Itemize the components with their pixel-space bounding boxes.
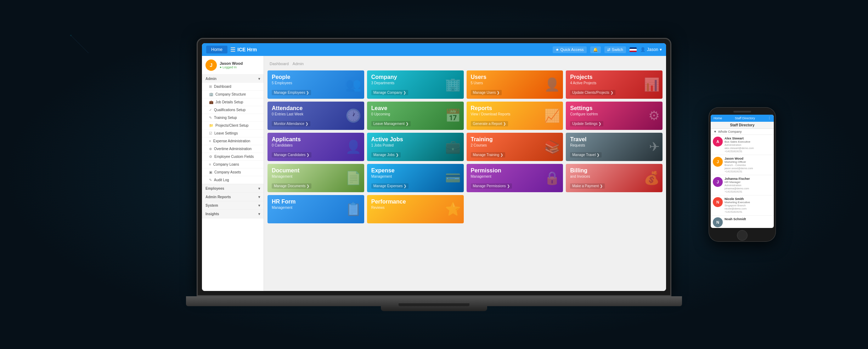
laptop-container: Home ☰ ICE Hrm ★ Quick Access — [186, 38, 682, 311]
card-travel[interactable]: Travel Requests Manage Travel ❯ ✈ — [566, 133, 663, 161]
phone-person-item[interactable]: J Johanna Fischer HR Manager Administrat… — [711, 175, 774, 195]
leave-icon: ☑ — [209, 131, 212, 135]
applicants-icon: 👤 — [345, 139, 361, 154]
card-link[interactable]: Update Settings ❯ — [570, 121, 603, 126]
card-people[interactable]: People 5 Employees Manage Employees ❯ 👥 — [267, 70, 364, 99]
card-link[interactable]: Manage Permissions ❯ — [471, 183, 512, 189]
admin-label: Admin — [205, 77, 216, 81]
sidebar-item-leave-settings[interactable]: ☑ Leave Settings — [202, 130, 264, 137]
company-structure-icon: 🏢 — [209, 92, 213, 96]
phone-person-list: A Alex Stewart Bus Sales Executive Admin… — [711, 135, 774, 228]
chevron-icon: ▾ — [258, 77, 260, 81]
permission-icon: 🔒 — [544, 171, 560, 185]
quick-access-button[interactable]: ★ Quick Access — [553, 46, 587, 53]
card-permission[interactable]: Permission Management Manage Permissions… — [467, 164, 563, 192]
card-link[interactable]: Manage Company ❯ — [371, 90, 408, 95]
phone-speaker — [733, 111, 751, 113]
card-projects[interactable]: Projects 4 Active Projects Update Client… — [566, 70, 663, 99]
card-link[interactable]: Update Clients/Projects ❯ — [570, 90, 615, 95]
sidebar-item-qualifications[interactable]: ✓ Qualifications Setup — [202, 106, 264, 114]
phone-screen: Home Staff Directory ⋮ Staff Directory ▼… — [711, 115, 774, 228]
card-hr-form[interactable]: HR Form Management 📋 — [267, 195, 364, 223]
sidebar-label: Expense Administration — [213, 139, 250, 143]
card-reports[interactable]: Reports View / Download Reports Generate… — [467, 102, 563, 130]
sidebar-label: Audit Log — [214, 178, 229, 182]
phone-person-item[interactable]: A Alex Stewart Bus Sales Executive Admin… — [711, 135, 774, 155]
card-training[interactable]: Training 2 Courses Manage Training ❯ 📚 — [467, 133, 563, 161]
phone-home-button[interactable] — [737, 230, 748, 241]
person-phone: +14151819151 — [725, 150, 754, 153]
sidebar-item-company-assets[interactable]: ▣ Company Assets — [202, 168, 264, 176]
phone-person-item[interactable]: N Noah Schmidt — [711, 216, 774, 228]
employees-label: Employees — [205, 187, 224, 190]
card-link[interactable]: Manage Expenses ❯ — [371, 183, 409, 189]
chevron-icon: ▾ — [258, 195, 260, 199]
card-link[interactable]: Manage Travel ❯ — [570, 152, 602, 158]
card-title: Settings — [570, 105, 658, 111]
card-document[interactable]: Document Management Manage Documents ❯ 📄 — [267, 164, 364, 192]
person-phone: +14151819151 — [725, 170, 753, 173]
sidebar-item-projects[interactable]: 📁 Projects/Client Setup — [202, 122, 264, 130]
sidebar-reports-header[interactable]: Admin Reports ▾ — [202, 193, 264, 201]
sidebar-admin-header[interactable]: Admin ▾ — [202, 75, 264, 83]
person-phone: +14151819151 — [725, 210, 750, 213]
sidebar-employees-section: Employees ▾ — [202, 184, 264, 193]
insights-label: Insights — [205, 212, 219, 216]
person-email: alex.stewart@demo.com — [725, 147, 754, 150]
card-active-jobs[interactable]: Active Jobs 1 Jobs Posted Manage Jobs ❯ … — [367, 133, 464, 161]
sidebar: J Jason Wood ● Logged In Admin — [202, 56, 264, 291]
sidebar-system-header[interactable]: System ▾ — [202, 201, 264, 210]
sidebar-item-company-structure[interactable]: 🏢 Company Structure — [202, 91, 264, 98]
card-users[interactable]: Users 5 Users Manage Users ❯ 👤 — [467, 70, 563, 99]
hamburger-icon[interactable]: ☰ — [230, 46, 235, 53]
phone-back-button[interactable]: Home — [714, 116, 722, 120]
card-billing[interactable]: Billing and Invoices Make a Payment ❯ 💰 — [566, 164, 663, 192]
card-link[interactable]: Manage Jobs ❯ — [371, 152, 401, 158]
card-attendance[interactable]: Attendance 0 Entries Last Week Monitor A… — [267, 102, 364, 130]
sidebar-item-dashboard[interactable]: ⊞ Dashboard — [202, 83, 264, 91]
card-link[interactable]: Manage Documents ❯ — [272, 183, 311, 189]
person-email: johanna@demo.com — [725, 187, 750, 190]
sidebar-item-audit-log[interactable]: ✎ Audit Log — [202, 176, 264, 184]
card-link[interactable]: Generate a Report ❯ — [471, 121, 508, 126]
main-content: Dashboard Admin People 5 Employees — [264, 56, 666, 291]
card-link[interactable]: Make a Payment ❯ — [570, 183, 605, 189]
card-company[interactable]: Company 3 Departments Manage Company ❯ 🏢 — [367, 70, 464, 99]
sidebar-item-training-setup[interactable]: ✎ Training Setup — [202, 114, 264, 122]
sidebar-label: Job Details Setup — [215, 100, 243, 104]
phone-menu-icon[interactable]: ⋮ — [768, 116, 771, 120]
card-performance[interactable]: Performance Reviews ⭐ — [367, 195, 464, 223]
card-leave[interactable]: Leave 0 Upcoming Leave Management ❯ 📅 — [367, 102, 464, 130]
user-menu-button[interactable]: 👤 Jason ▾ — [640, 47, 662, 52]
sidebar-employees-header[interactable]: Employees ▾ — [202, 184, 264, 193]
sidebar-item-expense-admin[interactable]: ≡ Expense Administration — [202, 137, 264, 145]
language-flag[interactable] — [630, 47, 637, 52]
person-info: Noah Schmidt — [725, 217, 746, 221]
card-settings[interactable]: Settings Configure IceHrm Update Setting… — [566, 102, 663, 130]
phone-person-item[interactable]: J Jason Wood Marketing Officer Branch - … — [711, 155, 774, 175]
card-link[interactable]: Manage Users ❯ — [471, 90, 502, 95]
card-link[interactable]: Monitor Attendance ❯ — [272, 121, 310, 126]
phone-outer: Home Staff Directory ⋮ Staff Directory ▼… — [709, 107, 776, 242]
card-expense[interactable]: Expense Management Manage Expenses ❯ 💳 — [367, 164, 464, 192]
sidebar-item-overtime[interactable]: ⊕ Overtime Administration — [202, 145, 264, 153]
sidebar-insights-header[interactable]: Insights ▾ — [202, 210, 264, 218]
audit-icon: ✎ — [209, 178, 212, 182]
sidebar-item-custom-fields[interactable]: ⚙ Employee Custom Fields — [202, 153, 264, 161]
home-button[interactable]: Home — [206, 46, 227, 53]
dashboard-grid: People 5 Employees Manage Employees ❯ 👥 — [267, 70, 663, 223]
card-link[interactable]: Leave Management ❯ — [371, 121, 411, 126]
person-phone: +14151819151 — [725, 190, 750, 193]
sidebar-item-company-loans[interactable]: ≡ Company Loans — [202, 161, 264, 168]
notifications-button[interactable]: 🔔 — [590, 46, 601, 53]
system-label: System — [205, 204, 218, 207]
card-link[interactable]: Manage Employees ❯ — [272, 90, 311, 95]
card-link[interactable]: Manage Candidates ❯ — [272, 152, 311, 158]
switch-button[interactable]: ⇄ Switch — [604, 46, 626, 53]
card-link[interactable]: Manage Training ❯ — [471, 152, 505, 158]
phone-person-item[interactable]: N Nicole Smith Marketing Executive Singa… — [711, 195, 774, 216]
person-email: jason.wood@demo.com — [725, 167, 753, 170]
card-applicants[interactable]: Applicants 0 Candidates Manage Candidate… — [267, 133, 364, 161]
sidebar-item-job-details[interactable]: 💼 Job Details Setup — [202, 98, 264, 106]
avatar: N — [713, 197, 723, 207]
